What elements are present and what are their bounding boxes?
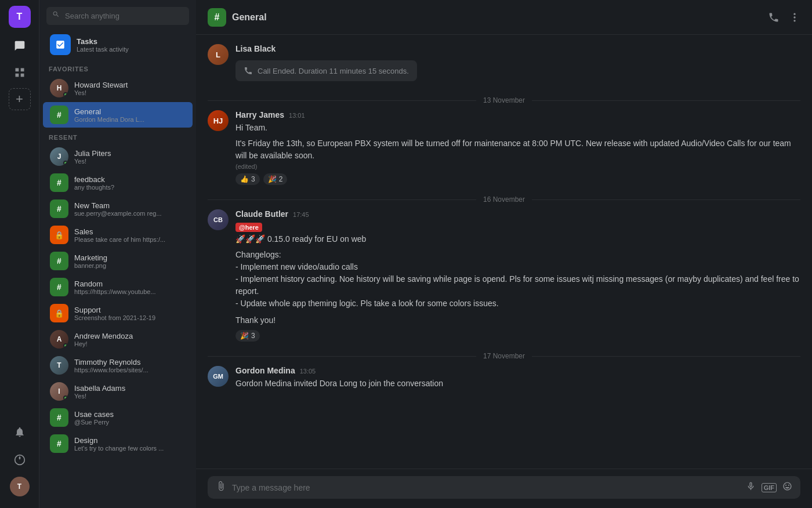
sidebar-item-tim[interactable]: T Timmothy Reynolds https://www.forbes/s… [43,353,193,378]
sidebar-item-general[interactable]: # General Gordon Medina Dora L... [43,102,193,128]
mic-icon[interactable] [746,481,756,494]
usecases-avatar: # [50,408,68,427]
here-badge[interactable]: @here [235,223,262,232]
sidebar-item-newteam[interactable]: # New Team sue.perry@example.com reg... [43,196,193,222]
favorites-label: FAVORITES [39,60,196,75]
header-actions [768,12,800,23]
call-ended-box: Call Ended. Duration 11 minutes 15 secon… [235,60,417,81]
sidebar-item-design[interactable]: # Design Let's try to change few colors … [43,431,193,456]
howard-avatar: H [50,79,68,97]
harry-time: 13:01 [289,112,305,119]
claude-author: Claude Butler [235,209,288,219]
channel-icon: # [208,8,226,27]
claude-text-rockets: 🚀🚀🚀 0.15.0 ready for EU on web [235,233,800,245]
attach-icon[interactable] [216,481,226,494]
message-harry: HJ Harry James 13:01 Hi Team. It's Frida… [208,110,800,185]
grid-nav-icon[interactable] [9,61,31,84]
design-avatar: # [50,434,68,453]
feedback-avatar: # [50,173,68,192]
claude-avatar: CB [208,209,229,230]
tim-avatar: T [50,356,68,375]
search-input[interactable] [46,7,189,25]
claude-changelog: Changelogs: - Implement new video/audio … [235,249,800,310]
sidebar-item-marketing[interactable]: # Marketing banner.png [43,248,193,274]
gif-icon[interactable]: GIF [762,483,777,492]
input-icons: GIF [746,481,792,494]
sales-avatar: 🔒 [50,226,68,244]
tasks-icon [50,34,71,55]
sidebar-item-support[interactable]: 🔒 Support Screenshot from 2021-12-19 [43,300,193,326]
online-indicator [63,92,68,97]
harry-header: Harry James 13:01 [235,110,800,119]
isabella-avatar: I [50,382,68,401]
recent-list: J Julia Piters Yes! # feedback any thoug… [39,143,196,508]
reaction-thumbsup[interactable]: 👍 3 [235,173,260,185]
random-avatar: # [50,278,68,296]
chat-area: # General L Lisa Black Call Ended. Durat… [196,0,812,508]
sidebar-item-feedback[interactable]: # feedback any thoughts? [43,170,193,195]
sidebar-item-sales[interactable]: 🔒 Sales Please take care of him https:/.… [43,222,193,248]
claude-text1: @here [235,221,800,233]
gordon-time: 13:05 [300,368,316,375]
support-avatar: 🔒 [50,304,68,322]
claude-thanks: Thank you! [235,314,800,326]
recent-label: RESENT [39,128,196,143]
svg-point-2 [793,13,795,14]
julia-avatar: J [50,147,68,166]
tasks-item[interactable]: Tasks Latest task activity [43,30,193,60]
andrew-online [63,343,68,348]
sidebar-item-random[interactable]: # Random https://https://www.youtube... [43,274,193,300]
bell-nav-icon[interactable] [9,421,31,443]
icon-bar: T + T [0,0,39,508]
chat-nav-icon[interactable] [9,35,31,57]
sidebar-item-isabella[interactable]: I Isabella Adams Yes! [43,379,193,404]
gordon-author: Gordon Medina [235,366,295,375]
svg-marker-1 [19,456,20,460]
lisa-header: Lisa Black [235,44,800,53]
soccer-nav-icon[interactable] [9,449,31,471]
sidebar-item-andrew[interactable]: A Andrew Mendoza Hey! [43,326,193,352]
sidebar: Tasks Latest task activity FAVORITES H H… [39,0,196,508]
lisa-content: Lisa Black Call Ended. Duration 11 minut… [235,44,800,86]
gordon-header: Gordon Medina 13:05 [235,366,800,375]
search-bar-container [39,0,196,30]
harry-edited: (edited) [235,163,800,170]
claude-header: Claude Butler 17:45 [235,209,800,219]
message-input-box: GIF [208,476,800,499]
user-avatar-bottom[interactable]: T [10,477,30,496]
message-input-wrap: GIF [196,469,812,508]
date-divider-16: 16 November [208,195,800,204]
harry-content: Harry James 13:01 Hi Team. It's Friday t… [235,110,800,185]
general-info: General Gordon Medina Dora L... [74,107,186,123]
reaction-party[interactable]: 🎉 2 [263,173,288,185]
chat-header: # General [196,0,812,35]
sidebar-item-usecases[interactable]: # Usae cases @Sue Perry [43,405,193,430]
add-workspace-icon[interactable]: + [9,88,31,110]
phone-button[interactable] [768,12,780,23]
workspace-icon[interactable]: T [9,6,31,28]
lisa-author: Lisa Black [235,44,276,53]
message-claude: CB Claude Butler 17:45 @here 🚀🚀🚀 0.15.0 … [208,209,800,342]
howard-info: Howard Stewart Yes! [74,81,186,96]
harry-text1: Hi Team. [235,122,800,134]
messages-container: L Lisa Black Call Ended. Duration 11 min… [196,35,812,469]
sidebar-item-howard[interactable]: H Howard Stewart Yes! [43,75,193,101]
date-divider-17: 17 November [208,352,800,360]
gordon-text: Gordon Medina invited Dora Long to join … [235,378,800,390]
gordon-avatar: GM [208,366,229,387]
claude-content: Claude Butler 17:45 @here 🚀🚀🚀 0.15.0 rea… [235,209,800,342]
emoji-icon[interactable] [782,481,792,494]
more-button[interactable] [789,12,800,23]
svg-point-4 [793,20,795,21]
claude-reaction-party[interactable]: 🎉 3 [235,330,260,342]
marketing-avatar: # [50,252,68,270]
sidebar-item-julia[interactable]: J Julia Piters Yes! [43,144,193,169]
harry-avatar: HJ [208,110,229,131]
search-icon [52,10,60,20]
tasks-text: Tasks Latest task activity [77,37,129,53]
julia-online [63,161,68,165]
message-input[interactable] [232,483,740,492]
message-lisa: L Lisa Black Call Ended. Duration 11 min… [208,44,800,86]
date-divider-13: 13 November [208,96,800,104]
newteam-avatar: # [50,199,68,218]
